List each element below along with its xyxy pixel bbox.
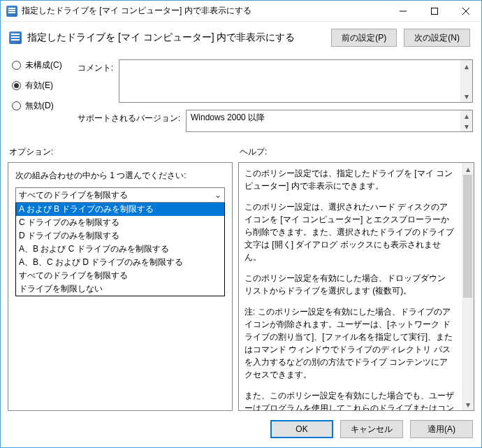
scrollbar[interactable]: ▴ ▾ <box>460 60 472 102</box>
scroll-down-icon[interactable]: ▾ <box>460 121 472 131</box>
radio-icon <box>12 101 21 110</box>
policy-title: 指定したドライブを [マイ コンピューター] 内で非表示にする <box>27 31 326 44</box>
radio-label: 未構成(C) <box>25 59 62 71</box>
policy-icon <box>9 31 22 44</box>
comment-textarea[interactable]: ▴ ▾ <box>119 59 473 103</box>
next-setting-button[interactable]: 次の設定(N) <box>404 29 470 47</box>
supported-value: Windows 2000 以降 <box>191 112 265 124</box>
combo-option[interactable]: A、B、C および D ドライブのみを制限する <box>16 256 224 269</box>
help-paragraph: このポリシー設定を有効にした場合、ドロップダウン リストからドライブを選択します… <box>244 272 456 297</box>
window-title: 指定したドライブを [マイ コンピューター] 内で非表示にする <box>22 5 387 17</box>
help-text: このポリシー設定では、指定したドライブを [マイ コンピューター] 内で非表示に… <box>239 163 462 410</box>
combo-option[interactable]: A および B ドライブのみを制限する <box>16 203 224 216</box>
scroll-down-icon[interactable]: ▾ <box>462 398 474 410</box>
policy-editor-window: 指定したドライブを [マイ コンピューター] 内で非表示にする 指定したドライブ… <box>0 0 482 448</box>
options-prompt: 次の組み合わせの中から 1 つ選んでください: <box>15 170 225 182</box>
titlebar[interactable]: 指定したドライブを [マイ コンピューター] 内で非表示にする <box>1 1 481 22</box>
cancel-button[interactable]: キャンセル <box>340 420 403 438</box>
maximize-icon <box>431 8 438 15</box>
header: 指定したドライブを [マイ コンピューター] 内で非表示にする 前の設定(P) … <box>1 22 481 47</box>
state-radios: 未構成(C) 有効(E) 無効(D) <box>12 59 62 132</box>
apply-button[interactable]: 適用(A) <box>410 420 473 438</box>
drive-combo-dropdown[interactable]: A および B ドライブのみを制限する C ドライブのみを制限する D ドライブ… <box>15 203 225 296</box>
radio-enabled[interactable]: 有効(E) <box>12 80 62 92</box>
combo-selected: すべてのドライブを制限する <box>19 189 128 201</box>
supported-label: サポートされるバージョン: <box>78 110 180 124</box>
help-paragraph: このポリシー設定は、選択されたハード ディスクのアイコンを [マイ コンピュータ… <box>244 201 456 263</box>
combo-option[interactable]: ドライブを制限しない <box>16 282 224 296</box>
help-paragraph: このポリシー設定では、指定したドライブを [マイ コンピューター] 内で非表示に… <box>244 167 456 192</box>
combo-option[interactable]: C ドライブのみを制限する <box>16 216 224 229</box>
radio-icon <box>12 81 21 90</box>
maximize-button[interactable] <box>418 1 450 21</box>
combo-option[interactable]: A、B および C ドライブのみを制限する <box>16 243 224 256</box>
radio-not-configured[interactable]: 未構成(C) <box>12 59 62 71</box>
chevron-down-icon: ⌄ <box>214 190 221 200</box>
comment-label: コメント: <box>78 59 113 74</box>
scrollbar-thumb[interactable] <box>463 175 472 298</box>
supported-on-box: Windows 2000 以降 ▴ ▾ <box>186 110 473 132</box>
drive-combo[interactable]: すべてのドライブを制限する ⌄ <box>15 187 225 203</box>
help-heading: ヘルプ: <box>240 146 267 158</box>
close-button[interactable] <box>450 1 481 21</box>
previous-setting-button[interactable]: 前の設定(P) <box>331 29 397 47</box>
radio-label: 有効(E) <box>25 80 53 92</box>
help-pane: このポリシー設定では、指定したドライブを [マイ コンピューター] 内で非表示に… <box>238 162 474 411</box>
help-paragraph: また、このポリシー設定を有効にした場合でも、ユーザーはプログラムを使用してこれら… <box>244 389 456 410</box>
combo-option[interactable]: D ドライブのみを制限する <box>16 229 224 243</box>
svg-rect-1 <box>431 8 437 14</box>
close-icon <box>462 8 469 15</box>
combo-option[interactable]: すべてのドライブを制限する <box>16 269 224 282</box>
options-heading: オプション: <box>9 146 240 158</box>
minimize-button[interactable] <box>387 1 418 21</box>
scroll-up-icon[interactable]: ▴ <box>460 60 472 72</box>
radio-icon <box>12 61 21 70</box>
radio-disabled[interactable]: 無効(D) <box>12 100 62 112</box>
scroll-up-icon[interactable]: ▴ <box>462 163 474 175</box>
ok-button[interactable]: OK <box>270 420 333 438</box>
help-paragraph: 注: このポリシー設定を有効にした場合、ドライブのアイコンが削除されます。ユーザ… <box>244 305 456 381</box>
scrollbar[interactable]: ▴ ▾ <box>462 163 474 410</box>
config-area: 未構成(C) 有効(E) 無効(D) コメント: ▴ ▾ <box>1 47 481 136</box>
app-icon <box>6 6 17 17</box>
scrollbar[interactable]: ▴ ▾ <box>460 110 472 131</box>
dialog-footer: OK キャンセル 適用(A) <box>1 411 481 447</box>
scroll-down-icon[interactable]: ▾ <box>460 90 472 102</box>
options-pane: 次の組み合わせの中から 1 つ選んでください: すべてのドライブを制限する ⌄ … <box>8 162 233 411</box>
minimize-icon <box>400 8 407 15</box>
pane-headers: オプション: ヘルプ: <box>1 136 481 162</box>
radio-label: 無効(D) <box>25 100 54 112</box>
scroll-up-icon[interactable]: ▴ <box>460 110 472 121</box>
scrollbar-track[interactable] <box>462 175 474 398</box>
